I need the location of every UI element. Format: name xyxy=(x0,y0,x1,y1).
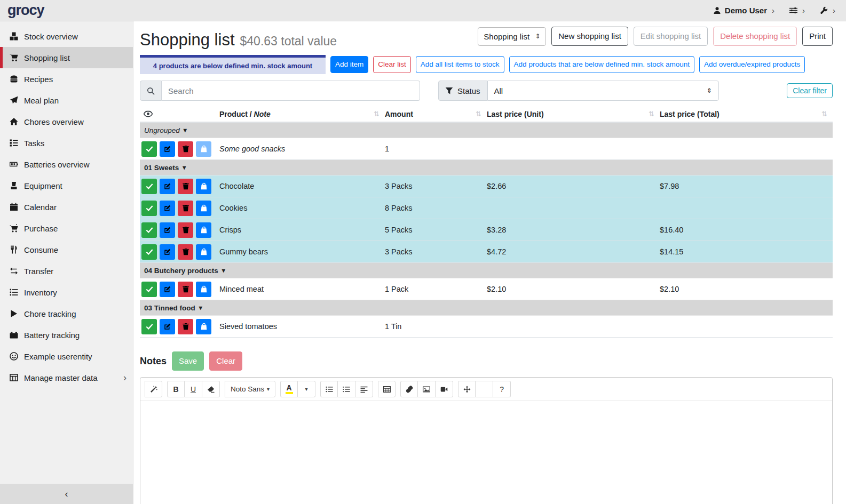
settings-menu[interactable]: › xyxy=(789,6,805,15)
mark-done-button[interactable] xyxy=(141,179,157,194)
delete-item-button[interactable] xyxy=(178,179,193,194)
add-overdue-button[interactable]: Add overdue/expired products xyxy=(699,56,805,73)
new-shopping-list-button[interactable]: New shopping list xyxy=(551,27,628,46)
add-to-stock-button[interactable] xyxy=(196,179,211,194)
save-notes-button[interactable]: Save xyxy=(172,351,204,371)
sidebar-item-recipes[interactable]: Recipes xyxy=(0,68,133,90)
sidebar-item-meal-plan[interactable]: Meal plan xyxy=(0,90,133,111)
min-stock-alert[interactable]: 4 products are below defined min. stock … xyxy=(140,55,326,74)
clear-list-button[interactable]: Clear list xyxy=(373,56,411,73)
group-header[interactable]: 04 Butchery products▾ xyxy=(140,263,833,278)
remove-format-button[interactable] xyxy=(202,381,220,397)
status-select[interactable]: All ⇕ xyxy=(487,81,719,101)
code-view-button[interactable] xyxy=(476,381,493,397)
sort-icon[interactable]: ⇅ xyxy=(476,110,481,118)
notes-editor-area[interactable] xyxy=(140,401,832,504)
search-input[interactable] xyxy=(162,81,420,101)
add-to-stock-button[interactable] xyxy=(196,282,211,297)
add-to-stock-button[interactable] xyxy=(196,222,211,238)
insert-picture-button[interactable] xyxy=(418,381,436,397)
sort-icon[interactable]: ⇅ xyxy=(374,110,379,118)
help-button[interactable]: ? xyxy=(493,381,511,397)
paste-magic-button[interactable] xyxy=(145,381,162,397)
app-logo[interactable]: grocy xyxy=(7,2,44,19)
add-to-stock-button[interactable] xyxy=(196,141,211,157)
sidebar-item-purchase[interactable]: Purchase xyxy=(0,218,133,239)
sidebar-collapse-button[interactable]: ‹ xyxy=(0,484,133,504)
user-menu[interactable]: Demo User › xyxy=(713,6,774,15)
caret-down-icon: ▾ xyxy=(267,386,270,392)
delete-item-button[interactable] xyxy=(178,201,193,216)
delete-item-button[interactable] xyxy=(178,319,193,334)
fullscreen-button[interactable] xyxy=(458,381,476,397)
sidebar-item-example-userentity[interactable]: Example userentity xyxy=(0,346,133,367)
mark-done-button[interactable] xyxy=(141,244,157,260)
add-to-stock-button[interactable] xyxy=(196,244,211,260)
total-price-cell: $14.15 xyxy=(660,247,833,256)
sidebar-item-chore-tracking[interactable]: Chore tracking xyxy=(0,303,133,324)
shopping-list-select[interactable]: Shopping list ⇕ xyxy=(478,27,546,46)
edit-item-button[interactable] xyxy=(160,319,175,334)
sidebar-item-battery-tracking[interactable]: Battery tracking xyxy=(0,324,133,346)
group-header[interactable]: Ungrouped▾ xyxy=(140,123,833,138)
mark-done-button[interactable] xyxy=(141,282,157,297)
sort-icon[interactable]: ⇅ xyxy=(649,110,654,118)
sidebar-item-transfer[interactable]: Transfer xyxy=(0,260,133,282)
clear-notes-button[interactable]: Clear xyxy=(209,351,242,371)
sidebar-item-chores-overview[interactable]: Chores overview xyxy=(0,111,133,132)
add-to-stock-button[interactable] xyxy=(196,201,211,216)
delete-shopping-list-button[interactable]: Delete shopping list xyxy=(713,27,797,46)
column-header-total-price[interactable]: Last price (Total) ⇅ xyxy=(660,110,833,118)
sidebar-item-stock-overview[interactable]: Stock overview xyxy=(0,26,133,47)
sidebar-item-tasks[interactable]: Tasks xyxy=(0,132,133,154)
edit-item-button[interactable] xyxy=(160,141,175,157)
paragraph-style-button[interactable] xyxy=(355,381,373,397)
edit-item-button[interactable] xyxy=(160,282,175,297)
underline-button[interactable]: U xyxy=(185,381,202,397)
sort-icon[interactable]: ⇅ xyxy=(821,110,827,118)
bold-button[interactable]: B xyxy=(167,381,185,397)
delete-item-button[interactable] xyxy=(178,141,193,157)
sidebar-item-consume[interactable]: Consume xyxy=(0,239,133,260)
insert-link-button[interactable] xyxy=(400,381,418,397)
column-header-product[interactable]: Product / Note ⇅ xyxy=(219,110,385,118)
mark-done-button[interactable] xyxy=(141,141,157,157)
group-header[interactable]: 03 Tinned food▾ xyxy=(140,300,833,316)
admin-menu[interactable]: › xyxy=(820,6,835,15)
insert-video-button[interactable] xyxy=(436,381,453,397)
add-below-min-button[interactable]: Add products that are below defined min.… xyxy=(509,56,694,73)
edit-item-button[interactable] xyxy=(160,222,175,238)
add-item-button[interactable]: Add item xyxy=(330,56,368,73)
total-price-cell: $16.40 xyxy=(660,226,833,234)
edit-item-button[interactable] xyxy=(160,201,175,216)
mark-done-button[interactable] xyxy=(141,201,157,216)
text-color-button[interactable]: A xyxy=(280,381,298,397)
text-color-dropdown[interactable]: ▾ xyxy=(298,381,315,397)
edit-shopping-list-button[interactable]: Edit shopping list xyxy=(634,27,708,46)
column-header-amount[interactable]: Amount ⇅ xyxy=(385,110,487,118)
font-family-dropdown[interactable]: Noto Sans▾ xyxy=(225,381,275,397)
delete-item-button[interactable] xyxy=(178,244,193,260)
sidebar-item-shopping-list[interactable]: Shopping list xyxy=(0,47,133,68)
edit-item-button[interactable] xyxy=(160,179,175,194)
edit-item-button[interactable] xyxy=(160,244,175,260)
print-button[interactable]: Print xyxy=(802,27,833,46)
ordered-list-button[interactable] xyxy=(338,381,355,397)
sidebar-item-inventory[interactable]: Inventory xyxy=(0,282,133,303)
delete-item-button[interactable] xyxy=(178,282,193,297)
sidebar-item-calendar[interactable]: Calendar xyxy=(0,196,133,218)
sidebar-item-manage-master-data[interactable]: Manage master data› xyxy=(0,367,133,388)
add-all-to-stock-button[interactable]: Add all list items to stock xyxy=(416,56,504,73)
add-to-stock-button[interactable] xyxy=(196,319,211,334)
mark-done-button[interactable] xyxy=(141,222,157,238)
clear-filter-button[interactable]: Clear filter xyxy=(787,83,833,99)
delete-item-button[interactable] xyxy=(178,222,193,238)
toggle-done-visibility-eye-icon[interactable] xyxy=(140,109,219,118)
group-header[interactable]: 01 Sweets▾ xyxy=(140,160,833,175)
insert-table-button[interactable] xyxy=(378,381,396,397)
sidebar-item-equipment[interactable]: Equipment xyxy=(0,175,133,196)
sidebar-item-batteries-overview[interactable]: Batteries overview xyxy=(0,154,133,175)
mark-done-button[interactable] xyxy=(141,319,157,334)
column-header-unit-price[interactable]: Last price (Unit) ⇅ xyxy=(487,110,660,118)
unordered-list-button[interactable] xyxy=(320,381,338,397)
